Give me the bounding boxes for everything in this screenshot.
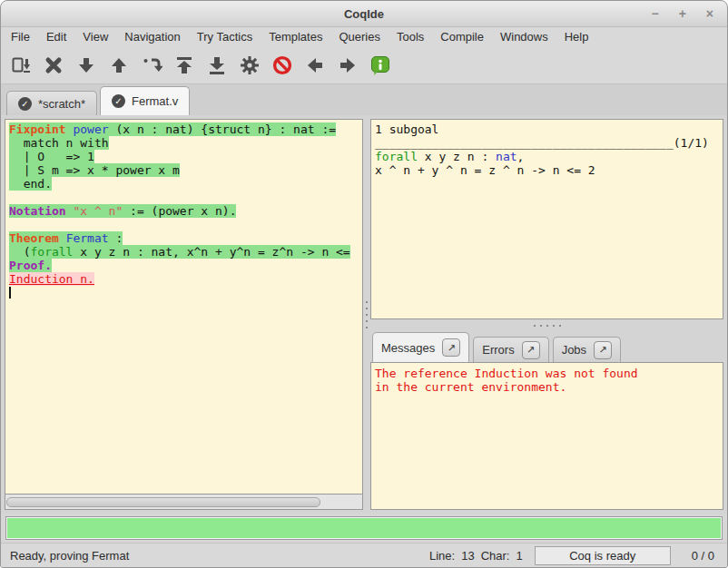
code-line: end. (9, 177, 362, 191)
script-pane: Fixpoint power (x n : nat) {struct n} : … (5, 119, 363, 510)
line-value: 13 (461, 549, 474, 563)
splitter-dot (540, 325, 542, 327)
job-fraction: 0 / 0 (692, 549, 714, 563)
maximize-button[interactable]: + (679, 2, 686, 25)
goals-pane: 1 subgoal_______________________________… (370, 119, 723, 319)
step-forward-button[interactable] (74, 53, 99, 78)
menu-item-queries[interactable]: Queries (330, 27, 389, 47)
detach-icon: ↗ (599, 344, 607, 356)
code-line (9, 191, 362, 204)
code-line: Proof. (9, 259, 362, 272)
line-label: Line: (429, 549, 455, 563)
detach-button[interactable]: ↗ (442, 338, 460, 357)
window-controls: − + × (651, 2, 727, 25)
step-backward-button[interactable] (106, 53, 132, 78)
vertical-splitter[interactable] (363, 119, 370, 510)
splitter-dot (546, 325, 548, 327)
titlebar[interactable]: CoqIde − + × (1, 1, 727, 27)
settings-button[interactable] (237, 53, 262, 78)
tab-label: Messages (381, 341, 435, 355)
code-line: Induction n. (9, 272, 362, 286)
no-entry-icon (271, 54, 293, 76)
menu-item-view[interactable]: View (74, 27, 116, 47)
navigate-forward-button[interactable] (335, 53, 360, 78)
horizontal-scrollbar[interactable] (5, 494, 363, 510)
close-x-icon (43, 54, 64, 76)
menu-item-tools[interactable]: Tools (389, 27, 432, 47)
message-line: in the current environment. (375, 380, 723, 394)
menu-item-windows[interactable]: Windows (492, 27, 556, 47)
tab-messages[interactable]: Messages↗ (372, 332, 469, 362)
splitter-dot (534, 325, 536, 327)
minimize-button[interactable]: − (651, 2, 658, 25)
goto-end-button[interactable] (204, 53, 230, 78)
goto-cursor-icon (141, 54, 162, 76)
close-button[interactable]: × (706, 2, 713, 25)
tab-label: Fermat.v (132, 94, 178, 108)
document-down-button[interactable] (8, 53, 34, 78)
menu-item-navigation[interactable]: Navigation (116, 27, 188, 47)
code-line: Theorem Fermat : (9, 231, 362, 245)
code-line: | S m => x * power x m (9, 163, 362, 177)
about-button[interactable] (368, 53, 393, 78)
coq-status: Coq is ready (535, 546, 671, 565)
arrow-to-bottom-icon (206, 54, 228, 76)
goal-line: x ^ n + y ^ n = z ^ n -> n <= 2 (375, 163, 723, 177)
arrow-down-icon (75, 54, 97, 76)
close-x-button[interactable] (41, 53, 66, 78)
splitter-dot (553, 325, 555, 327)
tab-label: Errors (482, 343, 514, 357)
gear-icon (239, 54, 261, 76)
text-cursor (9, 287, 11, 299)
scrollbar-thumb[interactable] (6, 497, 320, 507)
progress-bar-fill (7, 518, 721, 538)
menu-item-templates[interactable]: Templates (261, 27, 330, 47)
detach-button[interactable]: ↗ (594, 341, 612, 359)
splitter-dot (366, 327, 368, 328)
menu-item-try-tactics[interactable]: Try Tactics (189, 27, 261, 47)
code-line: Notation "x ^ n" := (power x n). (9, 204, 362, 218)
tab-errors[interactable]: Errors↗ (473, 337, 548, 362)
splitter-dot (366, 320, 368, 322)
tab-jobs[interactable]: Jobs↗ (553, 337, 621, 362)
message-line: The reference Induction was not found (375, 367, 723, 380)
processed-highlight: Fixpoint power (x n : nat) {struct n} : … (9, 122, 336, 136)
right-column: 1 subgoal_______________________________… (370, 119, 723, 510)
horizontal-splitter[interactable] (370, 319, 723, 331)
tab-fermat-v[interactable]: ✓Fermat.v (100, 86, 190, 115)
arrow-up-icon (108, 54, 130, 76)
error-highlight: Induction n. (9, 272, 94, 286)
check-icon: ✓ (112, 94, 125, 108)
goal-line: forall x y z n : nat, (375, 150, 723, 163)
menu-item-file[interactable]: File (3, 27, 38, 47)
processed-highlight: | S m => x * power x m (9, 163, 180, 177)
menu-item-edit[interactable]: Edit (38, 27, 74, 47)
splitter-dot (366, 301, 368, 303)
detach-icon: ↗ (448, 342, 456, 354)
info-bubble-icon (369, 54, 391, 76)
menu-item-help[interactable]: Help (556, 27, 597, 47)
detach-icon: ↗ (526, 344, 535, 356)
splitter-dot (366, 314, 368, 316)
processed-highlight: Proof. (9, 259, 52, 272)
toolbar (1, 47, 727, 84)
file-tab-strip: ✓*scratch*✓Fermat.v (1, 84, 727, 115)
menu-item-compile[interactable]: Compile (432, 27, 492, 47)
navigate-back-button[interactable] (302, 53, 328, 78)
status-message: Ready, proving Fermat (10, 549, 429, 563)
goto-start-button[interactable] (172, 53, 197, 78)
splitter-dot (366, 308, 368, 309)
progress-bar (5, 516, 723, 540)
code-line: (forall x y z n : nat, x^n + y^n = z^n -… (9, 245, 362, 259)
code-line: match n with (9, 136, 362, 150)
tab-scratch[interactable]: ✓*scratch* (6, 91, 97, 115)
goto-cursor-button[interactable] (139, 53, 164, 78)
detach-button[interactable]: ↗ (522, 341, 540, 359)
tab-label: Jobs (562, 343, 586, 357)
code-line (9, 286, 362, 299)
processed-highlight: (forall x y z n : nat, x^n + y^n = z^n -… (9, 245, 350, 259)
script-editor[interactable]: Fixpoint power (x n : nat) {struct n} : … (5, 119, 363, 494)
code-line: | O => 1 (9, 150, 362, 163)
interrupt-button[interactable] (270, 53, 295, 78)
document-down-icon (10, 54, 32, 76)
